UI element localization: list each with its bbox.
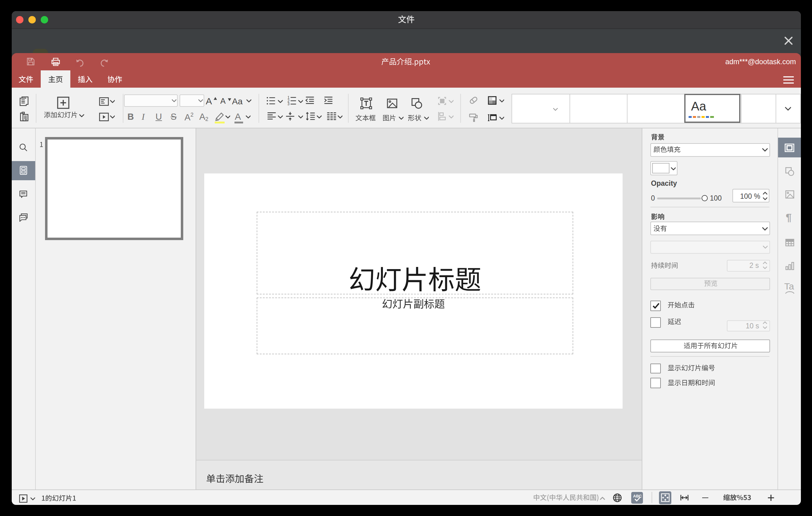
svg-text:3: 3 xyxy=(287,102,289,107)
svg-text:ABC: ABC xyxy=(633,494,642,498)
